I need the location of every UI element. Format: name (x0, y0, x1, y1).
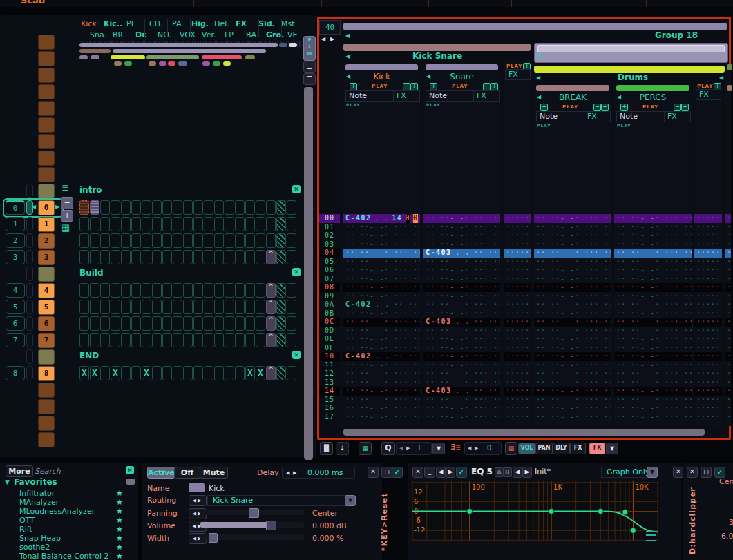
matrix-cell[interactable] (131, 233, 141, 248)
pattern-cell-sliver-0D[interactable]: ·· (725, 327, 731, 336)
pattern-cell-fx2-12[interactable]: ····· (694, 369, 722, 378)
note-column-header[interactable]: Note (536, 111, 584, 122)
pattern-cell-fx1-0A[interactable]: ····· (504, 300, 531, 309)
matrix-cell[interactable]: X (111, 366, 120, 380)
matrix-cell[interactable] (121, 316, 131, 331)
track-add-column-button2[interactable]: + (410, 83, 418, 90)
pattern-cell-snare-17[interactable]: ·· ··- -· ··· ·· (423, 413, 500, 422)
matrix-cell[interactable] (111, 333, 120, 347)
eq-bands-menu-icon[interactable] (646, 531, 656, 541)
favorites-expand-icon[interactable]: ▼ (5, 479, 10, 485)
matrix-cell[interactable] (225, 233, 234, 248)
matrix-cell[interactable] (100, 316, 110, 331)
pattern-cell-percs-00[interactable]: ·· ··- -· ··· ·· (614, 214, 692, 223)
browser-item-tonal-balance-control-2[interactable]: Tonal Balance Control 2 (19, 552, 130, 560)
column-grid-icon[interactable]: ▦ (505, 442, 517, 455)
delay-stepper[interactable]: ◀ ▶ 0.000 ms (282, 467, 355, 479)
matrix-cell[interactable] (225, 300, 234, 314)
matrix-cell[interactable] (225, 217, 234, 231)
group-fx-header[interactable]: FX (696, 89, 721, 100)
pattern-cell-break-0C[interactable]: ·· ··- -· ··· ·· (534, 318, 611, 327)
matrix-cell[interactable] (90, 300, 99, 314)
favorite-star-icon[interactable]: ★ (116, 543, 123, 552)
matrix-cell[interactable] (79, 233, 89, 248)
matrix-cell[interactable] (152, 200, 162, 215)
track-add-column-button2[interactable]: + (491, 83, 498, 90)
pattern-cell-break-09[interactable]: ·· ··- -· ··· ·· (534, 292, 611, 301)
selected-track-header-bar[interactable] (534, 43, 728, 63)
matrix-cell[interactable] (142, 250, 151, 264)
matrix-cell[interactable] (152, 233, 162, 248)
pattern-horizontal-scrollbar[interactable] (343, 429, 705, 436)
matrix-cell[interactable] (225, 366, 234, 380)
quantize-button[interactable]: Q (381, 442, 395, 455)
eq-next-button[interactable]: ▶ (446, 467, 455, 478)
group18-collapse-arrow[interactable]: ◀ (345, 32, 350, 39)
matrix-section-close-icon[interactable]: ✕ (292, 268, 301, 276)
pattern-matrix-toggle-button[interactable]: P↕M (303, 36, 316, 61)
matrix-cell[interactable] (162, 233, 172, 248)
pattern-cell-snare-13[interactable]: ·· ··- -· ··· ·· (423, 378, 500, 387)
pattern-cell-sliver-12[interactable]: ·· (725, 369, 731, 378)
matrix-cell[interactable] (100, 233, 110, 248)
pattern-cell-percs-11[interactable]: ·· ··- -· ··· ·· (614, 361, 692, 370)
pattern-cell-fx1-13[interactable]: ····· (504, 378, 531, 387)
matrix-cell[interactable] (90, 316, 99, 331)
pattern-cell-percs-0E[interactable]: ·· ··- -· ··· ·· (614, 335, 692, 344)
pattern-cell-break-17[interactable]: ·· ··- -· ··· ·· (534, 413, 611, 422)
eq-preset-prev[interactable]: ◀ (513, 467, 522, 478)
matrix-option-checkbox-1[interactable] (303, 61, 316, 73)
matrix-cell[interactable] (183, 366, 193, 380)
pattern-cell-snare-08[interactable]: ·· ··- -· ··· ·· (423, 283, 500, 292)
matrix-cell[interactable] (142, 200, 151, 215)
matrix-cell[interactable] (245, 300, 255, 314)
pattern-cell-percs-06[interactable]: ·· ··- -· ··· ·· (614, 266, 692, 275)
matrix-cell[interactable]: ^ (266, 366, 276, 380)
track-color-swatch[interactable] (189, 483, 205, 492)
pattern-cell-fx2-13[interactable]: ····· (694, 378, 722, 387)
pattern-cell-sliver-0E[interactable]: ·· (725, 335, 731, 344)
pattern-cell-fx2-11[interactable]: ····· (694, 361, 722, 370)
matrix-cell[interactable] (90, 283, 99, 298)
matrix-cell[interactable] (173, 283, 182, 298)
track-add-column-button[interactable]: + (620, 104, 628, 111)
pattern-cell-sliver-16[interactable]: ·· (725, 404, 731, 413)
pattern-cell-snare-06[interactable]: ·· ··- -· ··· ·· (423, 266, 500, 275)
pattern-cell-fx1-11[interactable]: ····· (504, 361, 531, 370)
matrix-cell[interactable] (214, 366, 224, 380)
matrix-cell[interactable] (142, 283, 151, 298)
pattern-cell-percs-0D[interactable]: ·· ··- -· ··· ·· (614, 327, 692, 336)
device-close-button[interactable]: ✕ (368, 467, 379, 478)
more-button[interactable]: More (6, 465, 33, 477)
pattern-cell-percs-08[interactable]: ·· ··- -· ··· ·· (614, 283, 692, 292)
pattern-cell-sliver-15[interactable]: ·· (725, 396, 731, 405)
kick-snare-color-bar[interactable] (343, 44, 531, 51)
pattern-cell-fx1-02[interactable]: ····· (504, 231, 531, 240)
matrix-cell[interactable] (276, 250, 286, 264)
matrix-cell[interactable] (162, 200, 172, 215)
matrix-cell[interactable] (100, 300, 110, 314)
track-remove-column-button[interactable]: − (593, 104, 601, 111)
pattern-cell-fx1-0B[interactable]: ····· (504, 309, 531, 318)
track-add-column-button[interactable]: + (430, 83, 437, 90)
matrix-cell[interactable] (142, 300, 151, 314)
matrix-cell[interactable] (214, 333, 224, 347)
pattern-cell-fx2-0E[interactable]: ····· (694, 335, 722, 344)
pattern-cell-break-11[interactable]: ·· ··- -· ··· ·· (534, 361, 611, 370)
favorites-scroll-thumb[interactable] (126, 479, 135, 485)
matrix-cell[interactable]: X (142, 366, 151, 380)
matrix-cell[interactable] (235, 283, 245, 298)
matrix-cell[interactable]: X (79, 366, 89, 380)
matrix-cell[interactable] (256, 300, 265, 314)
pattern-cell-fx1-12[interactable]: ····· (504, 369, 531, 378)
pattern-cell-fx2-06[interactable]: ····· (694, 266, 722, 275)
pattern-cell-percs-04[interactable]: ·· ··- -· ··· ·· (614, 249, 692, 258)
eq-band-node[interactable] (630, 528, 636, 533)
pattern-cell-kick-09[interactable]: ·· ··- -· ··· ·· (343, 292, 420, 301)
humanize-icon[interactable]: Ǝ☰ (450, 443, 461, 452)
pattern-cell-kick-15[interactable]: ·· ··- -· ··· ·· (343, 396, 420, 405)
matrix-cell[interactable] (214, 316, 224, 331)
track-play-sublabel[interactable]: PLAY (537, 123, 551, 128)
matrix-cell[interactable] (225, 283, 234, 298)
browser-item-mloudnessanalyzer[interactable]: MLoudnessAnalyzer (19, 507, 130, 516)
